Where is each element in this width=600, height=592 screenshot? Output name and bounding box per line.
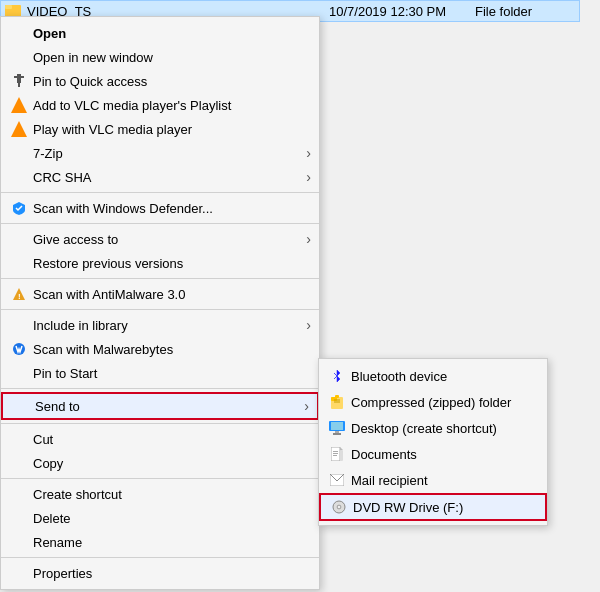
give-access-icon xyxy=(9,231,29,247)
menu-item-rename[interactable]: Rename xyxy=(1,530,319,554)
copy-icon xyxy=(9,455,29,471)
vlc-play-icon xyxy=(9,121,29,137)
submenu-item-compressed[interactable]: Compressed (zipped) folder xyxy=(319,389,547,415)
compressed-label: Compressed (zipped) folder xyxy=(351,395,539,410)
separator-5 xyxy=(1,388,319,389)
scan-malwarebytes-label: Scan with Malwarebytes xyxy=(33,342,287,357)
svg-rect-13 xyxy=(334,401,340,403)
properties-icon xyxy=(9,565,29,581)
restore-icon xyxy=(9,255,29,271)
bluetooth-icon xyxy=(327,368,347,384)
restore-versions-label: Restore previous versions xyxy=(33,256,287,271)
scan-antimalware-label: Scan with AntiMalware 3.0 xyxy=(33,287,287,302)
defender-icon xyxy=(9,200,29,216)
cut-label: Cut xyxy=(33,432,287,447)
context-menu: Open Open in new window Pin to Quick acc… xyxy=(0,16,320,590)
menu-item-open-new-window[interactable]: Open in new window xyxy=(1,45,319,69)
svg-rect-22 xyxy=(333,455,337,456)
open-new-window-label: Open in new window xyxy=(33,50,287,65)
svg-rect-17 xyxy=(333,433,341,435)
svg-rect-12 xyxy=(334,399,340,401)
menu-item-scan-malwarebytes[interactable]: Scan with Malwarebytes xyxy=(1,337,319,361)
svg-rect-15 xyxy=(331,422,343,430)
7zip-label: 7-Zip xyxy=(33,146,287,161)
rename-icon xyxy=(9,534,29,550)
svg-rect-2 xyxy=(17,74,21,76)
antimalware-icon: ! xyxy=(9,286,29,302)
menu-item-open[interactable]: Open xyxy=(1,21,319,45)
menu-item-vlc-play[interactable]: Play with VLC media player xyxy=(1,117,319,141)
vlc-playlist-label: Add to VLC media player's Playlist xyxy=(33,98,287,113)
file-row-date: 10/7/2019 12:30 PM xyxy=(329,4,469,19)
delete-icon xyxy=(9,510,29,526)
malwarebytes-icon xyxy=(9,341,29,357)
menu-item-crc-sha[interactable]: CRC SHA xyxy=(1,165,319,189)
svg-rect-19 xyxy=(340,450,343,461)
submenu-item-desktop[interactable]: Desktop (create shortcut) xyxy=(319,415,547,441)
menu-item-scan-defender[interactable]: Scan with Windows Defender... xyxy=(1,196,319,220)
submenu-item-bluetooth[interactable]: Bluetooth device xyxy=(319,363,547,389)
include-library-label: Include in library xyxy=(33,318,287,333)
menu-item-restore-versions[interactable]: Restore previous versions xyxy=(1,251,319,275)
delete-label: Delete xyxy=(33,511,287,526)
mail-label: Mail recipient xyxy=(351,473,539,488)
separator-6 xyxy=(1,423,319,424)
submenu-item-mail[interactable]: Mail recipient xyxy=(319,467,547,493)
mail-icon xyxy=(327,472,347,488)
library-icon xyxy=(9,317,29,333)
separator-4 xyxy=(1,309,319,310)
menu-item-create-shortcut[interactable]: Create shortcut xyxy=(1,482,319,506)
menu-item-pin-quick-access[interactable]: Pin to Quick access xyxy=(1,69,319,93)
open-label: Open xyxy=(33,26,287,41)
give-access-label: Give access to xyxy=(33,232,287,247)
menu-item-properties[interactable]: Properties xyxy=(1,561,319,585)
open-new-window-icon xyxy=(9,49,29,65)
separator-2 xyxy=(1,223,319,224)
svg-rect-3 xyxy=(14,76,24,78)
documents-icon xyxy=(327,446,347,462)
menu-item-give-access[interactable]: Give access to xyxy=(1,227,319,251)
pin-start-icon xyxy=(9,365,29,381)
separator-7 xyxy=(1,478,319,479)
menu-item-cut[interactable]: Cut xyxy=(1,427,319,451)
menu-item-pin-start[interactable]: Pin to Start xyxy=(1,361,319,385)
vlc-playlist-icon xyxy=(9,97,29,113)
pin-icon xyxy=(9,73,29,89)
submenu-item-dvd[interactable]: DVD RW Drive (F:) xyxy=(319,493,547,521)
menu-item-include-library[interactable]: Include in library xyxy=(1,313,319,337)
separator-1 xyxy=(1,192,319,193)
send-to-label: Send to xyxy=(35,399,285,414)
crc-sha-icon xyxy=(9,169,29,185)
svg-rect-21 xyxy=(333,453,338,454)
vlc-play-label: Play with VLC media player xyxy=(33,122,287,137)
svg-rect-16 xyxy=(335,431,339,433)
file-row-type: File folder xyxy=(475,4,575,19)
send-to-icon xyxy=(11,398,31,414)
7zip-icon xyxy=(9,145,29,161)
menu-item-send-to[interactable]: Send to xyxy=(1,392,319,420)
properties-label: Properties xyxy=(33,566,287,581)
separator-8 xyxy=(1,557,319,558)
submenu-item-documents[interactable]: Documents xyxy=(319,441,547,467)
pin-quick-access-label: Pin to Quick access xyxy=(33,74,287,89)
menu-item-delete[interactable]: Delete xyxy=(1,506,319,530)
svg-rect-11 xyxy=(335,395,339,398)
documents-label: Documents xyxy=(351,447,539,462)
pin-start-label: Pin to Start xyxy=(33,366,287,381)
copy-label: Copy xyxy=(33,456,287,471)
crc-sha-label: CRC SHA xyxy=(33,170,287,185)
menu-item-vlc-playlist[interactable]: Add to VLC media player's Playlist xyxy=(1,93,319,117)
menu-item-7zip[interactable]: 7-Zip xyxy=(1,141,319,165)
svg-rect-4 xyxy=(17,78,21,83)
svg-point-26 xyxy=(338,506,340,508)
cut-icon xyxy=(9,431,29,447)
bluetooth-label: Bluetooth device xyxy=(351,369,539,384)
menu-item-scan-antimalware[interactable]: ! Scan with AntiMalware 3.0 xyxy=(1,282,319,306)
svg-rect-5 xyxy=(18,83,20,87)
menu-item-copy[interactable]: Copy xyxy=(1,451,319,475)
dvd-icon xyxy=(329,499,349,515)
svg-rect-1 xyxy=(5,5,12,9)
desktop-icon xyxy=(327,420,347,436)
separator-3 xyxy=(1,278,319,279)
dvd-label: DVD RW Drive (F:) xyxy=(353,500,537,515)
